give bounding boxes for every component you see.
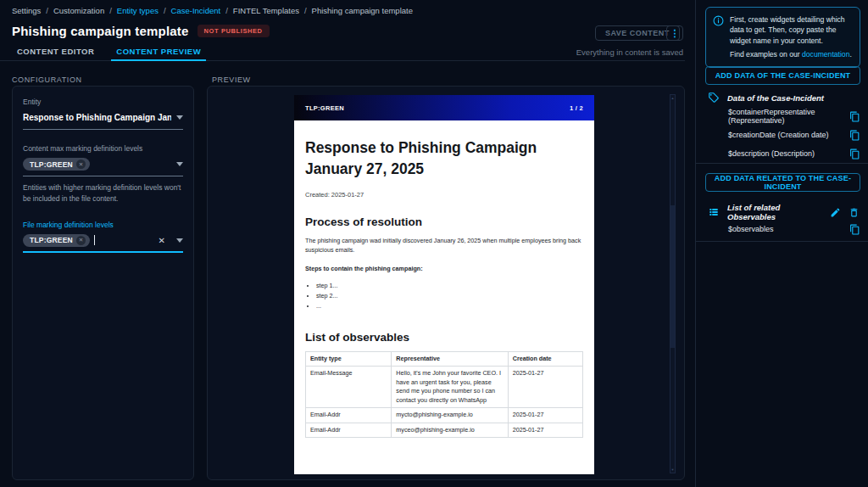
doc-step: ... [316,301,583,311]
table-row: Email-Message Hello, it's me John your f… [306,367,583,408]
chevron-down-icon [176,238,183,243]
document-body: Response to Phishing Campaign January 27… [294,120,594,438]
configuration-panel: Entity Response to Phishing Campaign Jan… [12,86,194,480]
doc-step: step 2... [316,291,583,301]
preview-scrollbar[interactable]: ▲ ▼ [670,94,676,473]
kebab-menu-button[interactable]: ⋮ [666,25,683,41]
table-header-row: Entity type Representative Creation date [306,352,583,367]
divider [696,241,868,242]
table-cell: Email-Addr [306,408,392,423]
edit-icon[interactable] [830,207,841,218]
main-area: Settings / Customization / Entity types … [0,0,695,487]
doc-tlp-marking: TLP:GREEN [305,104,344,112]
text-cursor [94,235,95,245]
add-data-button[interactable]: ADD DATA OF THE CASE-INCIDENT [705,66,860,85]
kebab-icon: ⋮ [670,28,680,39]
doc-paragraph: The phishing campaign wad initially disc… [305,236,583,255]
widget-item-label: $containerRepresentative (Representative… [728,108,849,125]
breadcrumb-settings[interactable]: Settings [12,6,41,15]
preview-panel: TLP:GREEN 1 / 2 Response to Phishing Cam… [207,86,685,480]
doc-page-indicator: 1 / 2 [570,104,583,112]
tlp-green-chip[interactable]: TLP:GREEN ✕ [23,158,90,171]
info-line-2-prefix: Find examples on our [730,50,802,59]
scroll-up-icon[interactable]: ▲ [670,96,675,100]
widget-item-creation-date: $creationDate (Creation date) [728,126,860,143]
status-badge: NOT PUBLISHED [198,25,270,37]
breadcrumb-entity-types[interactable]: Entity types [117,6,159,15]
document-preview-page: TLP:GREEN 1 / 2 Response to Phishing Cam… [294,95,594,474]
scroll-down-icon[interactable]: ▼ [670,467,675,472]
copy-icon[interactable] [849,224,860,235]
entity-label: Entity [23,98,183,106]
table-row: Email-Addr mycto@phishing-example.io 202… [306,408,583,423]
tab-content-editor[interactable]: CONTENT EDITOR [12,44,99,60]
table-cell: myceo@phishing-example.io [392,423,508,437]
breadcrumb-separator: / [304,6,307,15]
copy-icon[interactable] [849,130,860,141]
doc-step: step 1... [316,281,583,291]
table-header: Entity type [306,352,392,367]
content-max-marking-label: Content max marking definition levels [23,144,183,153]
preview-label: PREVIEW [212,76,251,84]
table-header: Creation date [508,352,582,367]
chip-delete-icon[interactable]: ✕ [76,160,86,169]
table-row: Email-Addr myceo@phishing-example.io 202… [306,423,583,437]
tab-bar: CONTENT EDITOR CONTENT PREVIEW [0,44,685,61]
widget-item-description: $description (Description) [728,145,860,162]
list-icon [708,206,720,218]
table-cell: mycto@phishing-example.io [392,408,508,423]
app-root: Settings / Customization / Entity types … [0,0,868,487]
breadcrumb-separator: / [225,6,228,15]
scrollbar-thumb[interactable] [670,205,675,348]
file-marking-field: File marking definition levels TLP:GREEN… [23,221,183,253]
delete-icon[interactable] [849,207,860,218]
widget-item-label: $description (Description) [728,149,815,158]
breadcrumb-separator: / [109,6,112,15]
tab-content-preview[interactable]: CONTENT PREVIEW [111,44,206,60]
doc-created-date: Created: 2025-01-27 [305,191,583,199]
tlp-green-chip[interactable]: TLP:GREEN ✕ [23,234,90,247]
breadcrumb-case-incident[interactable]: Case-Incident [171,6,221,15]
related-observables-section-header: List of related Observables [708,203,860,221]
chip-label: TLP:GREEN [30,160,73,169]
divider [696,163,868,164]
doc-section-observables: List of observables [305,331,583,344]
document-header: TLP:GREEN 1 / 2 [294,95,594,120]
widget-item-observables: $observables [728,221,860,238]
chip-label: TLP:GREEN [30,236,73,244]
content-max-marking-select[interactable]: TLP:GREEN ✕ [23,157,183,176]
breadcrumb-customization[interactable]: Customization [53,6,104,15]
documentation-link[interactable]: documentation [802,50,849,59]
breadcrumb-fintel-templates[interactable]: FINTEL Templates [233,6,299,15]
widgets-sidebar: First, create widgets detailing which da… [695,0,868,487]
breadcrumb-separator: / [164,6,166,15]
title-row: Phishing campaign template NOT PUBLISHED [12,24,270,38]
chevron-down-icon [176,115,183,120]
entity-field: Entity Response to Phishing Campaign Jan… [23,98,183,130]
info-text: First, create widgets detailing which da… [730,14,853,60]
page-title: Phishing campaign template [12,24,189,38]
chip-delete-icon[interactable]: ✕ [76,236,86,245]
entity-select[interactable]: Response to Phishing Campaign January ..… [23,110,183,130]
clear-icon[interactable]: ✕ [159,236,165,245]
case-data-section-header: Data of the Case-Incident [708,92,860,104]
copy-icon[interactable] [849,148,860,160]
breadcrumb-current-page: Phishing campaign template [312,6,413,15]
add-related-data-button[interactable]: ADD DATA RELATED TO THE CASE-INCIDENT [705,173,860,192]
content-max-marking-helper: Entities with higher marking definition … [23,182,183,204]
breadcrumb: Settings / Customization / Entity types … [12,6,413,15]
configuration-label: CONFIGURATION [12,76,82,84]
info-line-1: First, create widgets detailing which da… [730,14,853,46]
doc-steps-label: Steps to contain the phishing campaign: [305,264,583,273]
widget-item-container-representative: $containerRepresentative (Representative… [728,108,860,125]
breadcrumb-separator: / [46,6,48,15]
tag-icon [708,92,720,104]
observables-table: Entity type Representative Creation date… [305,351,583,438]
file-marking-label: File marking definition levels [23,221,183,229]
copy-icon[interactable] [849,111,860,122]
file-marking-select[interactable]: TLP:GREEN ✕ ✕ [23,233,183,253]
info-line-2: Find examples on our documentation. [730,49,853,59]
table-cell: 2025-01-27 [508,423,582,437]
info-icon [713,15,724,26]
doc-title: Response to Phishing Campaign January 27… [305,137,583,179]
